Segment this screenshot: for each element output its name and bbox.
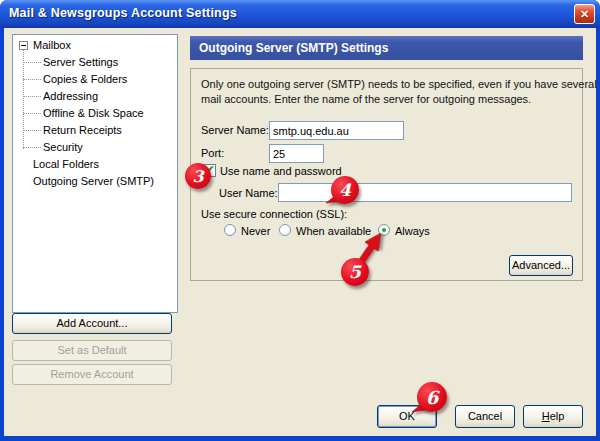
help-button-label: Help [524,406,582,427]
user-name-input[interactable] [278,183,572,202]
step4-badge: 4 [331,176,359,204]
description-line2: mail accounts. Enter the name of the ser… [201,92,531,107]
ssl-radio-never[interactable] [224,224,236,236]
set-as-default-button[interactable]: Set as Default [12,340,172,361]
step3-badge: 3 [185,163,211,189]
ssl-radio-always[interactable] [378,224,390,236]
port-label: Port: [201,147,224,159]
panel-header: Outgoing Server (SMTP) Settings [190,36,583,60]
ssl-radio-never-label: Never [241,225,270,237]
server-name-input[interactable] [269,121,404,140]
smtp-settings-group: Only one outgoing server (SMTP) needs to… [190,68,583,281]
remove-account-button[interactable]: Remove Account [12,364,172,385]
port-input[interactable] [269,144,324,163]
cancel-button[interactable]: Cancel [455,405,515,428]
description-line1: Only one outgoing server (SMTP) needs to… [201,77,597,92]
step6-badge: 6 [417,382,447,412]
close-icon[interactable]: ✕ [574,4,595,24]
advanced-button[interactable]: Advanced... [509,255,573,276]
tree-item-addressing[interactable]: Addressing [13,88,177,105]
tree-item-server-settings[interactable]: Server Settings [13,54,177,71]
ssl-radio-always-label: Always [395,225,430,237]
add-account-button[interactable]: Add Account... [12,313,172,334]
user-name-label: User Name: [219,187,278,199]
server-name-label: Server Name: [201,124,269,136]
tree-item-offline-disk-space[interactable]: Offline & Disk Space [13,105,177,122]
tree-item-mailbox[interactable]: Mailbox [13,37,177,54]
ssl-label: Use secure connection (SSL): [201,208,347,220]
use-name-password-label: Use name and password [220,165,342,177]
ssl-radio-when-available[interactable] [279,224,291,236]
tree-item-outgoing-server[interactable]: Outgoing Server (SMTP) [13,173,177,190]
window-title: Mail & Newsgroups Account Settings [9,0,237,27]
tree-item-security[interactable]: Security [13,139,177,156]
dialog-window: Mail & Newsgroups Account Settings ✕ Mai… [0,0,600,441]
ssl-radio-when-available-label: When available [296,225,371,237]
tree-item-local-folders[interactable]: Local Folders [13,156,177,173]
tree-item-return-receipts[interactable]: Return Receipts [13,122,177,139]
title-bar: Mail & Newsgroups Account Settings ✕ [0,0,600,28]
account-tree: Mailbox Server Settings Copies & Folders… [12,34,178,313]
tree-item-copies-folders[interactable]: Copies & Folders [13,71,177,88]
dialog-client-area: Mailbox Server Settings Copies & Folders… [4,28,596,436]
help-button[interactable]: Help [523,405,583,428]
step5-badge: 5 [341,258,369,286]
